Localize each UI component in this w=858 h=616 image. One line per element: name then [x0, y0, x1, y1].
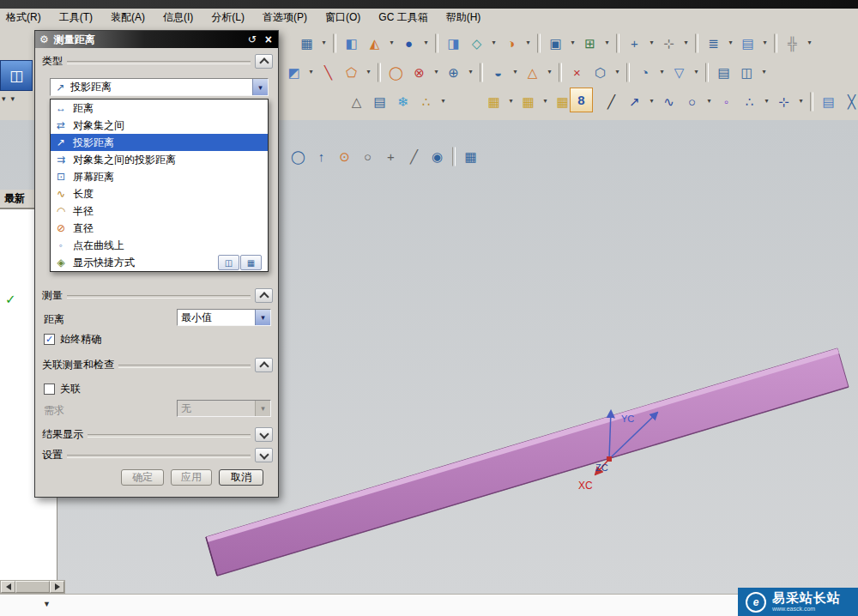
dropdown-arrow[interactable]: ▾: [511, 63, 520, 82]
dropdown-arrow[interactable]: ▾: [432, 63, 441, 82]
plus-snap-icon[interactable]: +: [380, 146, 402, 167]
point-icon[interactable]: ⊹: [658, 33, 680, 54]
option-between-object-sets[interactable]: ⇄ 对象集之间: [51, 117, 268, 134]
freeze-icon[interactable]: ❄: [392, 91, 414, 112]
group-icon[interactable]: ▦: [483, 91, 505, 112]
table-icon[interactable]: ▤: [737, 33, 758, 54]
hole-icon[interactable]: ⊗: [408, 62, 430, 83]
dropdown-arrow[interactable]: ▾: [466, 63, 475, 82]
shell-icon[interactable]: ◫: [736, 62, 758, 83]
layer-icon[interactable]: ⊞: [579, 33, 601, 54]
dropdown-arrow[interactable]: ▾: [681, 33, 691, 53]
menu-item[interactable]: 工具(T): [57, 9, 94, 26]
pattern-icon[interactable]: ⬡: [589, 62, 611, 83]
chamfer-icon[interactable]: ▽: [668, 62, 690, 83]
apply-button[interactable]: 应用: [171, 469, 212, 486]
always-exact-checkbox[interactable]: ✓: [44, 334, 55, 345]
option-screen-distance[interactable]: ⊡ 屏幕距离: [51, 168, 268, 185]
dropdown-arrow[interactable]: ▾: [364, 63, 373, 82]
dropdown-arrow[interactable]: ▾: [602, 33, 612, 53]
line-snap-icon[interactable]: ╱: [403, 146, 425, 167]
tolerance-icon[interactable]: △: [346, 91, 367, 112]
dialog-reset-button[interactable]: ↺: [246, 33, 258, 45]
boolean-unite-icon[interactable]: ⊕: [443, 62, 464, 83]
dropdown-arrow[interactable]: ▾: [489, 33, 498, 53]
profile-line-icon[interactable]: ╱: [601, 91, 622, 112]
menu-item[interactable]: 格式(R): [4, 9, 43, 26]
dropdown-arrow[interactable]: ▾: [523, 33, 533, 53]
window-titlebar[interactable]: [0, 0, 858, 9]
menu-item[interactable]: 帮助(H): [444, 9, 483, 26]
dropdown-arrow[interactable]: ▾: [692, 63, 701, 82]
dropdown-arrow[interactable]: ▾: [805, 33, 814, 53]
expand-caret-icon[interactable]: ▼: [43, 600, 51, 608]
line-icon[interactable]: ╲: [317, 62, 339, 83]
option-distance[interactable]: ↔ 距离: [51, 100, 268, 117]
datum-icon[interactable]: +: [624, 33, 645, 54]
top-selection-icon[interactable]: ↑: [311, 146, 332, 167]
view-layout-icon[interactable]: ▦: [296, 33, 317, 54]
point2-icon[interactable]: ◦: [716, 91, 737, 112]
dropdown-arrow[interactable]: ▾: [796, 92, 806, 112]
type-collapse-button[interactable]: [255, 54, 273, 69]
measure-collapse-button[interactable]: [255, 288, 273, 303]
blend-icon[interactable]: ◔: [634, 62, 656, 83]
extrude-icon[interactable]: ◩: [283, 62, 305, 83]
dropdown-arrow[interactable]: ▾: [506, 92, 516, 112]
settings-expand-button[interactable]: [255, 448, 273, 462]
arc-icon[interactable]: ↗: [624, 91, 645, 112]
distance-combo-dropdown-button[interactable]: ▾: [255, 310, 270, 325]
dropdown-arrow[interactable]: ▾: [647, 92, 656, 112]
dialog-close-button[interactable]: ×: [263, 33, 274, 46]
dialog-titlebar[interactable]: ⚙ 测量距离 ↺ ×: [35, 31, 278, 48]
dropdown-arrow[interactable]: ▾: [421, 33, 431, 53]
select-scope-icon[interactable]: ◯: [287, 146, 309, 167]
group-icon[interactable]: ▦: [517, 91, 539, 112]
ball-snap-icon[interactable]: ◉: [426, 146, 448, 167]
assoc-checkbox[interactable]: [44, 383, 55, 395]
dropdown-arrow[interactable]: ▾: [647, 33, 656, 53]
menu-item[interactable]: 信息(I): [161, 9, 195, 26]
option-projected-between-sets[interactable]: ⇉ 对象集之间的投影距离: [51, 151, 268, 168]
spreadsheet-icon[interactable]: ▤: [369, 91, 390, 112]
spline-icon[interactable]: ∿: [658, 91, 680, 112]
grid-icon[interactable]: ╬: [782, 33, 803, 54]
menu-item[interactable]: 分析(L): [209, 9, 246, 26]
dropdown-arrow[interactable]: ▾: [545, 63, 554, 82]
revolve-icon[interactable]: ◒: [487, 62, 509, 83]
snap-point-icon[interactable]: ⊙: [334, 146, 355, 167]
type-combo-dropdown-button[interactable]: ▾: [252, 79, 268, 95]
type-combo[interactable]: ↗ 投影距离 ▾: [50, 78, 269, 96]
circle-icon[interactable]: ◯: [385, 62, 407, 83]
wcs-origin[interactable]: [607, 456, 612, 462]
shaded-view-icon[interactable]: ◧: [341, 33, 362, 54]
shortcut-mode-button-2[interactable]: ▦: [240, 255, 262, 270]
scroll-right-button[interactable]: [50, 581, 64, 593]
distance-mode-combo[interactable]: 最小值 ▾: [177, 309, 271, 326]
assoc-collapse-button[interactable]: [255, 358, 273, 372]
point-set-icon[interactable]: ∴: [739, 91, 760, 112]
cancel-button[interactable]: 取消: [219, 469, 263, 486]
wireframe-icon[interactable]: ◇: [466, 33, 487, 54]
dropdown-arrow[interactable]: ▾: [568, 33, 577, 53]
option-radius[interactable]: ◠ 半径: [51, 202, 268, 220]
partial-dropdown-arrows[interactable]: ▾ ▾: [2, 94, 15, 103]
sheet-icon[interactable]: ▤: [713, 62, 734, 83]
dropdown-arrow[interactable]: ▾: [438, 92, 448, 112]
option-projected-distance[interactable]: ↗ 投影距离: [51, 134, 268, 151]
dropdown-arrow[interactable]: ▾: [704, 92, 714, 112]
dropdown-arrow[interactable]: ▾: [387, 33, 396, 53]
ok-button[interactable]: 确定: [121, 469, 164, 486]
scroll-left-button[interactable]: [1, 581, 15, 593]
circle2-icon[interactable]: ○: [681, 91, 703, 112]
points-set-icon[interactable]: ∴: [415, 91, 437, 112]
dropdown-arrow[interactable]: ▾: [726, 33, 735, 53]
dropdown-arrow[interactable]: ▾: [319, 33, 329, 53]
menu-item[interactable]: GC 工具箱: [377, 9, 429, 26]
dropdown-arrow[interactable]: ▾: [657, 63, 667, 82]
render-style-icon[interactable]: ●: [398, 33, 420, 54]
latest-panel-tab[interactable]: 最新: [0, 190, 38, 209]
draft-icon[interactable]: △: [522, 62, 543, 83]
pattern2-icon[interactable]: ▤: [818, 91, 839, 112]
dropdown-arrow[interactable]: ▾: [759, 63, 769, 82]
